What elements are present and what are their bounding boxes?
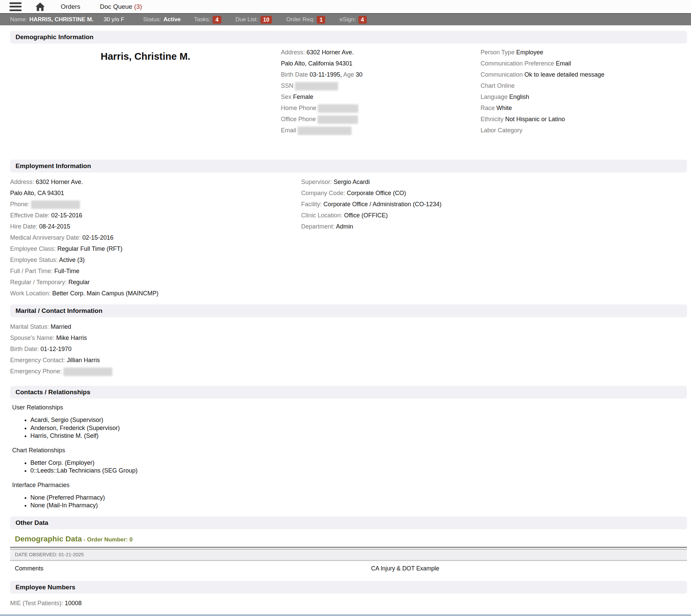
comments-row: Comments CA Injury & DOT Example — [15, 565, 687, 572]
field-row: Race White — [481, 103, 687, 114]
field-row: Regular / Temporary: Regular — [10, 277, 301, 288]
interface-pharmacies-list: None (Preferred Pharmacy)None (Mail-In P… — [30, 494, 687, 510]
field-row: Birth Date 03-11-1995, Age 30 — [281, 69, 481, 80]
list-item: None (Preferred Pharmacy) — [30, 494, 687, 502]
field-value: 03-11-1995, — [309, 71, 342, 78]
field-row: Facility: Corporate Office / Administrat… — [301, 199, 687, 210]
redacted-value — [317, 115, 358, 124]
field-label: Marital Status: — [10, 323, 51, 330]
field-label: Labor Category — [481, 127, 522, 134]
field-value: Employee — [516, 49, 543, 56]
name-label: Name: — [10, 16, 27, 23]
tasks-badge[interactable]: 4 — [213, 16, 221, 24]
field-value: Mike Harris — [57, 334, 87, 341]
section-header-marital: Marital / Contact Information — [10, 305, 687, 317]
demographic-info-column: Person Type EmployeeCommunication Prefer… — [481, 47, 687, 136]
field-label: Spouse's Name: — [10, 334, 57, 341]
field-value: Palo Alto, CA 94301 — [10, 190, 64, 196]
field-value: Active (3) — [59, 257, 85, 263]
field-row: Work Location: Better Corp. Main Campus … — [10, 288, 301, 299]
field-row: Sex Female — [281, 91, 481, 103]
field-label: Birth Date — [281, 71, 309, 78]
field-row: Marital Status: Married — [10, 321, 687, 332]
order-req-badge[interactable]: 1 — [317, 16, 325, 24]
esign-badge[interactable]: 4 — [358, 16, 367, 24]
employment-section: Address: 6302 Horner Ave.Palo Alto, CA 9… — [10, 177, 687, 299]
field-value: Admin — [336, 223, 353, 230]
section-header-employee-numbers: Employee Numbers — [10, 581, 687, 594]
top-nav-bar: Orders Doc Queue (3) — [0, 0, 691, 13]
field-value: 02-15-2016 — [82, 234, 113, 241]
field-label: Address: — [10, 179, 36, 185]
field-row: Email — [281, 125, 481, 136]
due-list-badge[interactable]: 10 — [261, 16, 272, 24]
demographic-address-column: Address: 6302 Horner Ave.Palo Alto, Cali… — [281, 47, 481, 136]
redacted-value — [31, 200, 80, 209]
employment-left-column: Address: 6302 Horner Ave.Palo Alto, CA 9… — [10, 177, 301, 299]
field-row: Phone: — [10, 199, 301, 210]
section-header-demographic: Demographic Information — [10, 31, 687, 44]
field-label: Ethnicity — [481, 116, 505, 123]
field-label: Department: — [301, 223, 336, 230]
nav-doc-queue[interactable]: Doc Queue (3) — [100, 3, 142, 10]
field-row: Employee Status: Active (3) — [10, 255, 301, 266]
marital-section: Marital Status: MarriedSpouse's Name: Mi… — [10, 321, 687, 377]
field-label: Person Type — [481, 49, 516, 56]
field-label: Emergency Contact: — [10, 357, 67, 364]
contacts-section: User Relationships Acardi, Sergio (Super… — [10, 404, 687, 510]
field-value: 10008 — [65, 600, 82, 607]
field-row: Address: 6302 Horner Ave. — [281, 47, 481, 58]
field-row: Effective Date: 02-15-2016 — [10, 210, 301, 221]
home-icon[interactable] — [35, 2, 46, 12]
bottom-edge-divider — [0, 614, 691, 616]
patient-age-sex: 30 y/o F — [104, 16, 124, 23]
field-value: Sergio Acardi — [334, 179, 370, 185]
field-value: Regular — [68, 279, 90, 286]
status-label: Status: — [143, 16, 161, 23]
field-row: Communication Ok to leave detailed messa… — [481, 69, 687, 80]
field-value: Full-Time — [54, 268, 79, 274]
field-row: Company Code: Corporate Office (CO) — [301, 188, 687, 199]
field-value: White — [496, 105, 512, 111]
field-row: Full / Part Time: Full-Time — [10, 266, 301, 277]
nav-orders[interactable]: Orders — [61, 3, 80, 10]
field-label: Company Code: — [301, 190, 347, 196]
double-rule-divider — [10, 547, 687, 550]
field-value: Married — [51, 323, 71, 330]
page-root: Orders Doc Queue (3) Name: HARRIS, CHRIS… — [0, 0, 691, 616]
tasks-label: Tasks: — [194, 16, 210, 23]
other-data-section: Demographic Data - Order Number: 0 DATE … — [10, 535, 687, 572]
field-label: Hire Date: — [10, 223, 39, 230]
comments-value: CA Injury & DOT Example — [371, 565, 439, 572]
comments-label: Comments — [15, 565, 371, 572]
demographic-data-order-link[interactable]: Demographic Data - Order Number: 0 — [15, 535, 687, 544]
main-content: Demographic Information Harris, Christin… — [0, 25, 691, 609]
field-label: Emergency Phone: — [10, 368, 63, 375]
field-label: Medical Anniversary Date: — [10, 234, 82, 241]
employee-numbers-section: MIE (Test Patients): 10008 — [10, 598, 687, 609]
field-value: Corporate Office (CO) — [347, 190, 406, 196]
field-value: English — [509, 93, 529, 100]
field-label: Employee Status: — [10, 257, 59, 263]
list-item: Harris, Christine M. (Self) — [30, 432, 687, 440]
redacted-value — [297, 127, 352, 135]
field-row: Communication Preference Email — [481, 58, 687, 69]
field-value: Better Corp. Main Campus (MAINCMP) — [52, 290, 159, 297]
menu-icon[interactable] — [9, 2, 22, 11]
patient-name: HARRIS, CHRISTINE M. — [29, 16, 93, 23]
field-row: Language English — [481, 91, 687, 103]
group-heading-interface-pharmacies: Interface Pharmacies — [12, 482, 687, 489]
field-row: Emergency Contact: Jillian Harris — [10, 355, 687, 366]
field-row: Employee Class: Regular Full Time (RFT) — [10, 243, 301, 255]
field-row: Clinic Location: Office (OFFICE) — [301, 210, 687, 221]
field-row: Home Phone — [281, 103, 481, 114]
field-row: MIE (Test Patients): 10008 — [10, 598, 687, 609]
section-header-other-data: Other Data — [10, 516, 687, 529]
demographic-name-cell: Harris, Christine M. — [10, 47, 281, 136]
chart-relationships-list: Better Corp. (Employer)0::Leeds::Lab Tec… — [30, 459, 687, 475]
field-row: SSN — [281, 80, 481, 91]
demographic-data-title: Demographic Data — [15, 535, 82, 543]
field-label: Office Phone — [281, 116, 317, 123]
field-value: 08-24-2015 — [39, 223, 70, 230]
redacted-value — [63, 368, 112, 376]
